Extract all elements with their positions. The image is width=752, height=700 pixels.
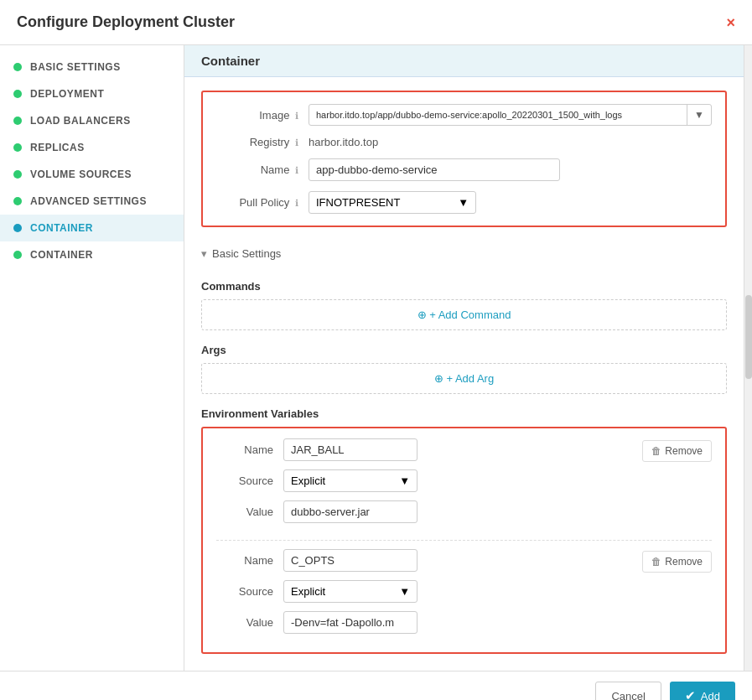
env-source-select-0[interactable]: Explicit ▼: [283, 469, 417, 492]
add-command-icon: ⊕: [417, 309, 427, 321]
add-arg-label: + Add Arg: [446, 372, 494, 385]
env-name-row-1: Name: [216, 549, 629, 572]
registry-row: Registry ℹ harbor.itdo.top: [216, 136, 712, 148]
env-value-label-0: Value: [216, 506, 283, 518]
sidebar-item-basic-settings[interactable]: BASIC SETTINGS: [0, 54, 184, 80]
main-content: Container Image ℹ ▼: [184, 45, 744, 671]
registry-label: Registry ℹ: [216, 136, 309, 148]
env-name-label-1: Name: [216, 554, 283, 567]
image-dropdown-icon[interactable]: ▼: [687, 105, 711, 125]
pull-policy-dropdown-icon: ▼: [458, 196, 469, 209]
sidebar-label-load-balancers: LOAD BALANCERS: [30, 115, 131, 127]
commands-title: Commands: [201, 280, 727, 293]
add-command-box[interactable]: ⊕ + Add Command: [201, 299, 727, 330]
sidebar-item-volume-sources[interactable]: VOLUME SOURCES: [0, 161, 184, 188]
scrollbar[interactable]: [744, 45, 752, 671]
accordion-arrow-icon: ▾: [201, 247, 207, 260]
image-row: Image ℹ ▼: [216, 104, 712, 126]
sidebar-dot-container-1: [13, 224, 22, 232]
scrollbar-thumb[interactable]: [745, 295, 752, 379]
image-input[interactable]: [309, 106, 687, 124]
name-input[interactable]: [309, 158, 560, 181]
sidebar-item-container-1[interactable]: CONTAINER: [0, 215, 184, 241]
env-name-input-1[interactable]: [283, 549, 417, 572]
sidebar-item-deployment[interactable]: DEPLOYMENT: [0, 80, 184, 107]
pull-policy-info-icon: ℹ: [295, 198, 298, 208]
env-name-row-0: Name: [216, 438, 629, 461]
modal-header: Configure Deployment Cluster ×: [0, 0, 752, 45]
env-source-value-1: Explicit: [291, 585, 325, 598]
remove-label-1: Remove: [665, 556, 703, 568]
remove-button-0[interactable]: 🗑 Remove: [642, 440, 712, 462]
env-entry-0-fields: Name Source Explicit ▼: [216, 438, 629, 531]
env-source-row-0: Source Explicit ▼: [216, 469, 629, 492]
env-source-dropdown-icon-1: ▼: [399, 585, 410, 598]
sidebar-label-basic-settings: BASIC SETTINGS: [30, 61, 121, 73]
env-vars-title: Environment Variables: [201, 407, 727, 420]
cancel-button[interactable]: Cancel: [595, 682, 661, 700]
env-source-dropdown-icon-0: ▼: [399, 474, 410, 487]
sidebar-dot-load-balancers: [13, 117, 22, 125]
env-entry-0-row: Name Source Explicit ▼: [216, 438, 712, 531]
sidebar-label-replicas: REPLICAS: [30, 142, 85, 153]
env-name-input-0[interactable]: [283, 438, 417, 461]
add-check-icon: ✔: [685, 688, 696, 700]
env-entry-1-row: Name Source Explicit ▼: [216, 549, 712, 642]
close-button[interactable]: ×: [726, 15, 735, 30]
registry-info-icon: ℹ: [295, 137, 298, 148]
env-source-row-1: Source Explicit ▼: [216, 580, 629, 603]
add-command-label: + Add Command: [429, 309, 511, 321]
modal-footer: Cancel ✔ Add: [0, 671, 752, 700]
env-source-label-0: Source: [216, 474, 283, 487]
sidebar-dot-volume-sources: [13, 170, 22, 179]
env-actions-1: 🗑 Remove: [629, 549, 712, 573]
name-label: Name ℹ: [216, 163, 309, 176]
sidebar-label-advanced-settings: ADVANCED SETTINGS: [30, 195, 147, 207]
trash-icon-0: 🗑: [651, 445, 661, 457]
env-value-row-1: Value: [216, 611, 629, 634]
sidebar-label-deployment: DEPLOYMENT: [30, 88, 104, 100]
sidebar-label-volume-sources: VOLUME SOURCES: [30, 169, 132, 180]
env-value-input-1[interactable]: [283, 611, 417, 634]
image-select[interactable]: ▼: [309, 104, 712, 126]
env-value-label-1: Value: [216, 616, 283, 629]
add-arg-icon: ⊕: [434, 372, 443, 385]
pull-policy-select[interactable]: IFNOTPRESENT ▼: [309, 191, 476, 214]
sidebar-item-advanced-settings[interactable]: ADVANCED SETTINGS: [0, 188, 184, 215]
env-entry-0: Name Source Explicit ▼: [216, 438, 712, 541]
sidebar-dot-container-2: [13, 251, 22, 259]
env-value-row-0: Value: [216, 500, 629, 523]
add-label: Add: [701, 690, 720, 701]
args-title: Args: [201, 344, 727, 356]
configure-deployment-cluster-modal: Configure Deployment Cluster × BASIC SET…: [0, 0, 752, 700]
pull-policy-row: Pull Policy ℹ IFNOTPRESENT ▼: [216, 191, 712, 214]
sidebar-item-load-balancers[interactable]: LOAD BALANCERS: [0, 107, 184, 134]
name-row: Name ℹ: [216, 158, 712, 181]
name-info-icon: ℹ: [295, 165, 298, 175]
modal-title: Configure Deployment Cluster: [17, 13, 235, 31]
env-entry-1-fields: Name Source Explicit ▼: [216, 549, 629, 642]
remove-button-1[interactable]: 🗑 Remove: [642, 551, 712, 573]
add-button[interactable]: ✔ Add: [670, 682, 735, 700]
sidebar-dot-basic-settings: [13, 63, 22, 71]
basic-settings-label: Basic Settings: [212, 247, 281, 260]
sidebar-dot-replicas: [13, 143, 22, 152]
image-label: Image ℹ: [216, 109, 309, 122]
container-section-header: Container: [184, 45, 744, 77]
env-entry-1: Name Source Explicit ▼: [216, 549, 712, 642]
sidebar-label-container-1: CONTAINER: [30, 222, 93, 234]
env-source-select-1[interactable]: Explicit ▼: [283, 580, 417, 603]
add-arg-box[interactable]: ⊕ + Add Arg: [201, 363, 727, 394]
basic-settings-accordion[interactable]: ▾ Basic Settings: [201, 241, 727, 267]
container-section-title: Container: [201, 54, 260, 68]
env-name-label-0: Name: [216, 443, 283, 456]
env-value-input-0[interactable]: [283, 500, 417, 523]
content-area: Image ℹ ▼ Registry ℹ: [184, 91, 744, 671]
pull-policy-value: IFNOTPRESENT: [316, 196, 400, 209]
sidebar-item-container-2[interactable]: CONTAINER: [0, 241, 184, 268]
sidebar-item-replicas[interactable]: REPLICAS: [0, 134, 184, 161]
registry-value: harbor.itdo.top: [309, 136, 712, 148]
pull-policy-label: Pull Policy ℹ: [216, 196, 309, 209]
sidebar-dot-advanced-settings: [13, 197, 22, 205]
image-info-icon: ℹ: [295, 111, 298, 121]
